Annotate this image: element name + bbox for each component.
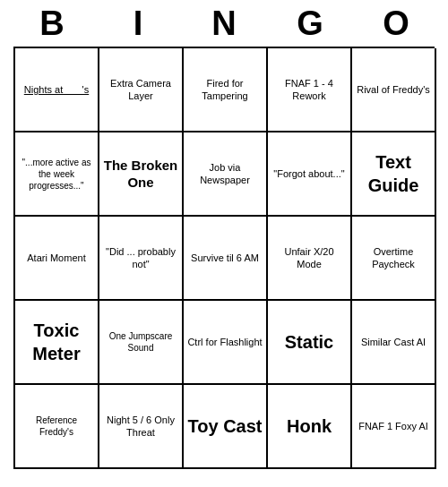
letter-i: I bbox=[98, 4, 178, 43]
bingo-header: B I N G O bbox=[9, 0, 439, 47]
bingo-cell-1[interactable]: Extra Camera Layer bbox=[99, 48, 184, 132]
bingo-cell-23[interactable]: Honk bbox=[268, 385, 352, 469]
bingo-cell-21[interactable]: Night 5 / 6 Only Threat bbox=[99, 385, 184, 469]
bingo-grid: Nights at ___'sExtra Camera LayerFired f… bbox=[13, 47, 435, 469]
bingo-cell-10[interactable]: Atari Moment bbox=[15, 217, 99, 301]
bingo-cell-16[interactable]: One Jumpscare Sound bbox=[99, 301, 184, 385]
bingo-cell-17[interactable]: Ctrl for Flashlight bbox=[184, 301, 268, 385]
bingo-cell-19[interactable]: Similar Cast AI bbox=[352, 301, 436, 385]
bingo-cell-13[interactable]: Unfair X/20 Mode bbox=[268, 217, 352, 301]
bingo-cell-6[interactable]: The Broken One bbox=[99, 132, 184, 217]
bingo-cell-20[interactable]: Reference Freddy's bbox=[15, 385, 99, 469]
bingo-cell-15[interactable]: Toxic Meter bbox=[15, 301, 99, 385]
bingo-cell-24[interactable]: FNAF 1 Foxy AI bbox=[352, 385, 436, 469]
bingo-cell-14[interactable]: Overtime Paycheck bbox=[352, 217, 436, 301]
bingo-cell-9[interactable]: Text Guide bbox=[352, 132, 436, 217]
letter-b: B bbox=[12, 4, 92, 43]
bingo-cell-5[interactable]: "...more active as the week progresses..… bbox=[15, 132, 99, 217]
bingo-cell-4[interactable]: Rival of Freddy's bbox=[352, 48, 436, 132]
letter-n: N bbox=[184, 4, 264, 43]
bingo-cell-7[interactable]: Job via Newspaper bbox=[184, 132, 268, 217]
bingo-cell-8[interactable]: "Forgot about..." bbox=[268, 132, 352, 217]
bingo-cell-0[interactable]: Nights at ___'s bbox=[15, 48, 99, 132]
bingo-cell-2[interactable]: Fired for Tampering bbox=[184, 48, 268, 132]
bingo-cell-3[interactable]: FNAF 1 - 4 Rework bbox=[268, 48, 352, 132]
bingo-cell-18[interactable]: Static bbox=[268, 301, 352, 385]
bingo-cell-11[interactable]: "Did ... probably not" bbox=[99, 217, 184, 301]
letter-g: G bbox=[270, 4, 350, 43]
bingo-cell-12[interactable]: Survive til 6 AM bbox=[184, 217, 268, 301]
letter-o: O bbox=[356, 4, 436, 43]
bingo-cell-22[interactable]: Toy Cast bbox=[184, 385, 268, 469]
